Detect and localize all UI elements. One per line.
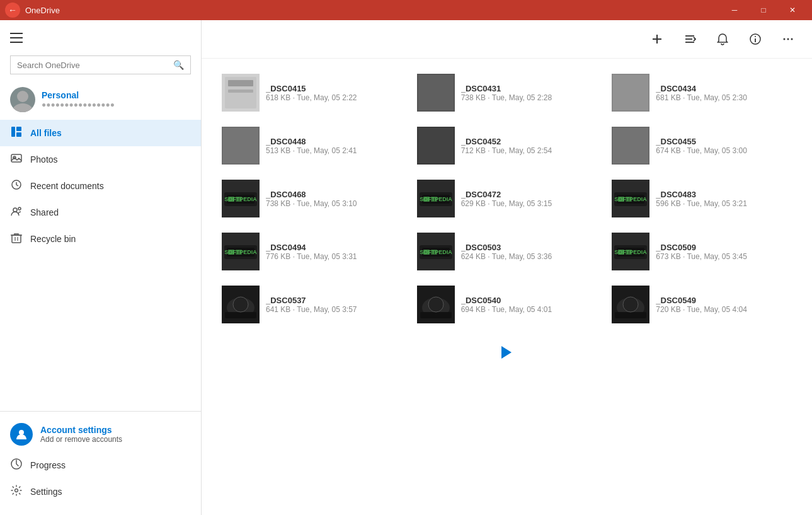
- minimize-button[interactable]: ─: [720, 0, 749, 20]
- file-name: _DSC0448: [266, 137, 402, 146]
- file-item[interactable]: _DSC0434 681 KB · Tue, May, 05 2:30: [607, 69, 797, 117]
- file-thumbnail: [612, 286, 649, 323]
- svg-point-24: [784, 38, 786, 40]
- file-item[interactable]: _DSC0415 618 KB · Tue, May, 05 2:22: [217, 69, 407, 117]
- file-info: _DSC0483 596 KB · Tue, May, 05 3:21: [656, 190, 792, 208]
- file-meta: 641 KB · Tue, May, 05 3:57: [266, 305, 402, 314]
- nav-items: All files Photos: [0, 120, 201, 411]
- more-button[interactable]: [777, 28, 799, 50]
- file-meta: 513 KB · Tue, May, 05 2:41: [266, 146, 402, 155]
- hamburger-line: [10, 33, 23, 34]
- sidebar-item-shared[interactable]: Shared: [0, 199, 201, 226]
- file-item[interactable]: _DSC0455 674 KB · Tue, May, 05 3:00: [607, 122, 797, 170]
- file-thumbnail: [222, 127, 260, 165]
- file-meta: 673 KB · Tue, May, 05 3:45: [656, 252, 792, 261]
- recycle-icon: [10, 232, 23, 246]
- file-meta: 720 KB · Tue, May, 05 4:04: [656, 305, 792, 314]
- file-info: _DSC0494 776 KB · Tue, May, 05 3:31: [266, 243, 402, 261]
- loading-arrow: [501, 346, 512, 359]
- file-item[interactable]: SOFTPEDIA _DSC0472 629 KB · Tue, May, 05…: [412, 175, 602, 223]
- svg-rect-46: [236, 197, 242, 202]
- file-meta: 712 KB · Tue, May, 05 2:54: [461, 146, 597, 155]
- app-body: 🔍 Personal ●●●●●●●●●●●●●●●●: [0, 20, 812, 515]
- settings-icon: [10, 485, 23, 499]
- sidebar-item-progress[interactable]: Progress: [0, 452, 201, 478]
- account-section: Personal ●●●●●●●●●●●●●●●●: [0, 79, 201, 120]
- photos-label: Photos: [30, 154, 58, 165]
- file-name: _DSC0452: [461, 137, 597, 146]
- svg-rect-75: [618, 250, 624, 255]
- svg-rect-57: [618, 197, 624, 202]
- file-item[interactable]: _DSC0537 641 KB · Tue, May, 05 3:57: [217, 281, 407, 328]
- file-name: _DSC0549: [656, 296, 792, 305]
- info-button[interactable]: [744, 28, 767, 50]
- file-meta: 776 KB · Tue, May, 05 3:31: [266, 252, 402, 261]
- sidebar-item-photos[interactable]: Photos: [0, 146, 201, 173]
- photos-icon: [10, 153, 23, 166]
- account-settings-icon: [10, 423, 33, 446]
- file-info: _DSC0549 720 KB · Tue, May, 05 4:04: [656, 296, 792, 314]
- sidebar-item-settings[interactable]: Settings: [0, 478, 201, 505]
- sidebar-item-recycle[interactable]: Recycle bin: [0, 226, 201, 252]
- svg-rect-34: [613, 75, 648, 110]
- search-input[interactable]: [17, 61, 173, 70]
- recent-icon: [10, 179, 23, 193]
- file-item[interactable]: SOFTPEDIA _DSC0509 673 KB · Tue, May, 05…: [607, 228, 797, 275]
- file-info: _DSC0452 712 KB · Tue, May, 05 2:54: [461, 137, 597, 155]
- maximize-button[interactable]: □: [749, 0, 778, 20]
- file-item[interactable]: _DSC0431 738 KB · Tue, May, 05 2:28: [412, 69, 602, 117]
- back-button[interactable]: ←: [5, 3, 20, 18]
- notifications-button[interactable]: [711, 28, 734, 50]
- svg-rect-51: [423, 197, 430, 202]
- account-info: Personal ●●●●●●●●●●●●●●●●: [42, 90, 115, 109]
- file-meta: 738 KB · Tue, May, 05 2:28: [461, 93, 597, 102]
- sort-button[interactable]: [678, 28, 701, 50]
- account-name: Personal: [42, 90, 115, 100]
- file-name: _DSC0503: [461, 243, 597, 252]
- file-thumbnail: SOFTPEDIA: [612, 180, 649, 217]
- file-item[interactable]: SOFTPEDIA _DSC0468 738 KB · Tue, May, 05…: [217, 175, 407, 223]
- title-bar: ← OneDrive ─ □ ✕: [0, 0, 812, 20]
- file-thumbnail: [222, 74, 260, 112]
- svg-rect-76: [626, 250, 632, 255]
- file-info: _DSC0448 513 KB · Tue, May, 05 2:41: [266, 137, 402, 155]
- search-icon: 🔍: [173, 60, 184, 70]
- file-name: _DSC0540: [461, 296, 597, 305]
- account-settings-item[interactable]: Account settings Add or remove accounts: [0, 417, 201, 452]
- file-item[interactable]: SOFTPEDIA _DSC0494 776 KB · Tue, May, 05…: [217, 228, 407, 275]
- file-meta: 694 KB · Tue, May, 05 4:01: [461, 305, 597, 314]
- svg-point-14: [19, 430, 24, 435]
- svg-point-8: [13, 208, 17, 212]
- svg-point-0: [17, 91, 28, 102]
- file-meta: 738 KB · Tue, May, 05 3:10: [266, 199, 402, 208]
- svg-point-9: [18, 207, 21, 210]
- file-thumbnail: [612, 74, 649, 112]
- sidebar: 🔍 Personal ●●●●●●●●●●●●●●●●: [0, 20, 202, 515]
- search-bar[interactable]: 🔍: [10, 55, 191, 74]
- file-meta: 674 KB · Tue, May, 05 3:00: [656, 146, 792, 155]
- file-item[interactable]: SOFTPEDIA _DSC0483 596 KB · Tue, May, 05…: [607, 175, 797, 223]
- file-name: _DSC0455: [656, 137, 792, 146]
- file-name: _DSC0509: [656, 243, 792, 252]
- sidebar-item-recent[interactable]: Recent documents: [0, 173, 201, 199]
- close-button[interactable]: ✕: [778, 0, 807, 20]
- file-item[interactable]: _DSC0448 513 KB · Tue, May, 05 2:41: [217, 122, 407, 170]
- file-name: _DSC0483: [656, 190, 792, 199]
- hamburger-button[interactable]: [10, 28, 30, 48]
- svg-point-84: [428, 297, 443, 312]
- add-button[interactable]: [646, 28, 668, 50]
- account-settings-text: Account settings Add or remove accounts: [40, 425, 122, 444]
- file-thumbnail: [417, 286, 455, 323]
- svg-rect-69: [423, 250, 430, 255]
- files-grid: _DSC0415 618 KB · Tue, May, 05 2:22 _DSC…: [202, 59, 812, 515]
- file-item[interactable]: SOFTPEDIA _DSC0503 624 KB · Tue, May, 05…: [412, 228, 602, 275]
- file-thumbnail: [417, 74, 455, 112]
- svg-rect-3: [16, 127, 21, 131]
- svg-rect-63: [228, 250, 234, 255]
- file-item[interactable]: _DSC0452 712 KB · Tue, May, 05 2:54: [412, 122, 602, 170]
- file-info: _DSC0537 641 KB · Tue, May, 05 3:57: [266, 296, 402, 314]
- sidebar-item-all-files[interactable]: All files: [0, 120, 201, 146]
- file-item[interactable]: _DSC0549 720 KB · Tue, May, 05 4:04: [607, 281, 797, 328]
- svg-rect-64: [236, 250, 242, 255]
- file-item[interactable]: _DSC0540 694 KB · Tue, May, 05 4:01: [412, 281, 602, 328]
